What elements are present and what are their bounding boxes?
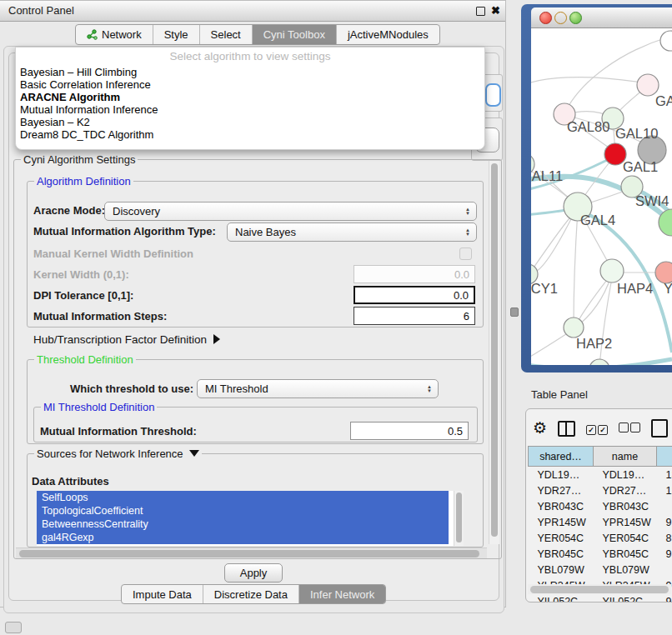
table-row[interactable]: YDL19…YDL19…13 (529, 467, 672, 483)
panel-splitter-handle[interactable] (510, 308, 519, 317)
algorithm-option[interactable]: Basic Correlation Inference (20, 78, 480, 91)
tab-jactivemnodules[interactable]: jActiveMNodules (337, 25, 439, 44)
table-row[interactable]: YBR045CYBR045C9. (529, 546, 672, 562)
deselect-all-columns-icon[interactable] (619, 421, 640, 436)
algorithm-option[interactable]: Bayesian – Hill Climbing (20, 66, 480, 78)
manual-kernel-checkbox[interactable] (459, 248, 472, 260)
table-cell: YPR145W (529, 514, 594, 530)
node-label: GAL11 (531, 168, 563, 183)
table-row[interactable]: YIL052CYIL052C9 (529, 593, 672, 602)
which-threshold-value: MI Threshold (205, 382, 268, 395)
table-horizontal-scrollbar[interactable] (528, 584, 671, 594)
algorithm-option[interactable]: ARACNE Algorithm (20, 91, 480, 103)
node-label: GAL10 (615, 126, 658, 141)
node-label: HAP4 (617, 281, 653, 296)
column-header[interactable]: shared… (529, 447, 594, 467)
table-panel-title: Table Panel (531, 388, 588, 401)
table-row[interactable]: YPR145WYPR145W9. (529, 514, 672, 530)
float-window-icon[interactable] (476, 7, 485, 16)
network-canvas[interactable]: GALGAL80GAL10GAL1GAL11SWI4GAL4GCY1HAP4YH… (531, 28, 672, 365)
select-all-columns-icon[interactable]: ✓✓ (586, 421, 608, 436)
status-widget-icon[interactable] (5, 622, 22, 633)
tab-cyni-toolbox[interactable]: Cyni Toolbox (253, 25, 337, 44)
node-hap2[interactable] (564, 318, 584, 338)
table-cell: YBR043C (594, 498, 657, 514)
node-label: GAL4 (580, 212, 615, 228)
mi-threshold-field[interactable] (350, 422, 469, 440)
node-label: Y (664, 281, 672, 296)
node-cut-top[interactable] (660, 31, 672, 51)
network-window-titlebar[interactable] (531, 8, 672, 28)
minimize-traffic-light-icon[interactable] (554, 12, 567, 24)
table-cell: YIL052C (529, 593, 594, 602)
table-row[interactable]: YBR043CYBR043C (529, 498, 672, 514)
tab-impute-data[interactable]: Impute Data (122, 585, 203, 603)
table-row[interactable]: YDR27…YDR27…12 (529, 482, 672, 498)
node-table: shared…nameA YDL19…YDL19…13YDR27…YDR27…1… (528, 446, 672, 602)
tab-label: Infer Network (310, 588, 374, 601)
network-edge[interactable] (569, 38, 667, 106)
close-icon[interactable]: ✖ (491, 4, 500, 17)
mi-steps-label: Mutual Information Steps: (33, 310, 167, 322)
column-view-icon[interactable] (558, 421, 575, 437)
network-edge[interactable] (574, 210, 578, 324)
control-panel-tabbar: Network Style Select Cyni Toolbox jActiv… (75, 24, 440, 45)
which-threshold-combobox[interactable]: MI Threshold ▲▼ (197, 379, 439, 398)
column-header[interactable]: A (657, 447, 672, 467)
algorithm-combo-fragment[interactable] (485, 83, 501, 107)
kernel-width-label: Kernel Width (0,1): (33, 268, 129, 281)
tab-style[interactable]: Style (153, 25, 200, 44)
algorithm-option[interactable]: Mutual Information Inference (20, 103, 480, 116)
close-traffic-light-icon[interactable] (539, 12, 552, 24)
tab-label: jActiveMNodules (348, 28, 429, 41)
tab-label: Impute Data (133, 588, 192, 601)
export-table-icon[interactable] (651, 419, 668, 438)
control-panel-title: Control Panel (8, 4, 74, 17)
table-cell: 9 (657, 593, 672, 602)
aracne-mode-combobox[interactable]: Discovery ▲▼ (104, 202, 477, 221)
apply-button[interactable]: Apply (224, 563, 283, 582)
table-cell: YDL19… (529, 467, 594, 483)
gear-icon[interactable]: ⚙ (533, 420, 547, 437)
attribute-list-item[interactable]: BetweennessCentrality (37, 518, 449, 531)
table-row[interactable]: YBL079WYBL079W (529, 562, 672, 578)
hub-definition-toggle[interactable]: Hub/Transcription Factor Definition (33, 333, 220, 346)
network-view-window[interactable]: GALGAL80GAL10GAL1GAL11SWI4GAL4GCY1HAP4YH… (521, 4, 672, 372)
network-graph: GALGAL80GAL10GAL1GAL11SWI4GAL4GCY1HAP4YH… (531, 28, 672, 365)
table-cell: YDR27… (594, 482, 657, 498)
table-row[interactable]: YER054CYER054C8. (529, 530, 672, 546)
tab-select[interactable]: Select (200, 25, 253, 44)
node-hap4[interactable] (600, 259, 624, 282)
tab-infer-network[interactable]: Infer Network (299, 585, 385, 603)
column-header[interactable]: name (594, 447, 657, 467)
attribute-list-item[interactable]: gal4RGexp (37, 531, 449, 544)
sources-title[interactable]: Sources for Network Inference (34, 448, 202, 460)
algorithm-option[interactable]: Dream8 DC_TDC Algorithm (20, 128, 480, 141)
aracne-mode-value: Discovery (113, 205, 160, 218)
table-cell: YPR145W (594, 514, 657, 530)
attributes-scrollbar[interactable] (454, 491, 464, 546)
algorithm-option[interactable]: Bayesian – K2 (20, 116, 480, 128)
tab-label: Cyni Toolbox (263, 28, 325, 41)
tab-discretize-data[interactable]: Discretize Data (203, 585, 299, 603)
table-header-row[interactable]: shared…nameA (529, 447, 672, 467)
attribute-list-item[interactable]: TopologicalCoefficient (37, 504, 449, 518)
attribute-list-item[interactable]: SelfLoops (37, 491, 449, 504)
kernel-width-field[interactable] (354, 265, 475, 283)
mi-steps-field[interactable] (354, 307, 475, 325)
table-cell: 13 (657, 467, 672, 483)
settings-vertical-scrollbar[interactable] (489, 161, 499, 544)
dpi-tolerance-field[interactable] (354, 286, 475, 304)
zoom-traffic-light-icon[interactable] (569, 12, 582, 24)
mi-type-combobox[interactable]: Naive Bayes ▲▼ (227, 222, 477, 242)
network-edge[interactable] (531, 212, 574, 275)
tab-network[interactable]: Network (76, 25, 153, 44)
network-icon (87, 29, 98, 40)
node-cut-bottom[interactable] (589, 359, 609, 365)
data-attributes-list: SelfLoopsTopologicalCoefficientBetweenne… (37, 491, 464, 546)
node-label: GAL80 (567, 119, 609, 134)
table-cell: YDR27… (529, 482, 594, 498)
data-attributes-label: Data Attributes (32, 475, 109, 488)
settings-horizontal-scrollbar[interactable] (16, 548, 487, 558)
table-cell (657, 498, 672, 514)
